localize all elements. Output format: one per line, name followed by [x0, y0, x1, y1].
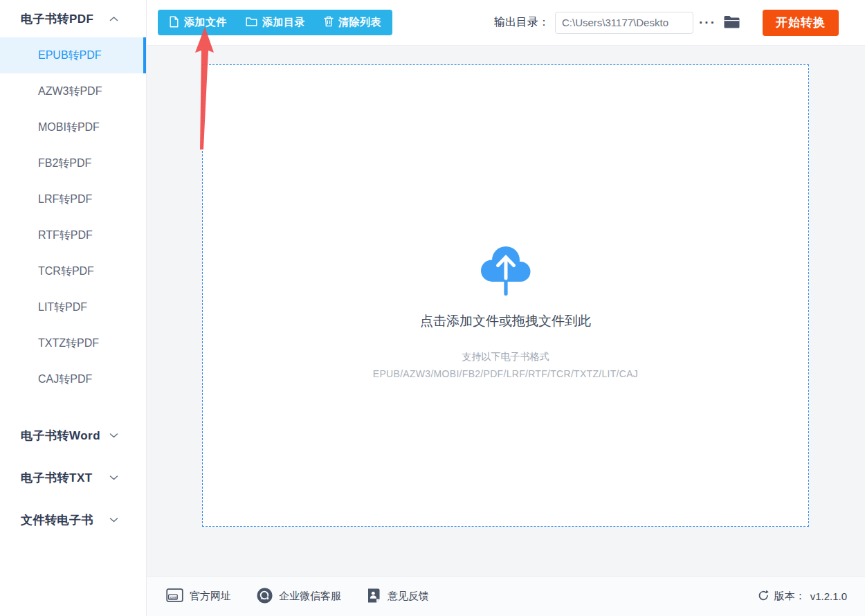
file-dropzone[interactable]: 点击添加文件或拖拽文件到此 支持以下电子书格式 EPUB/AZW3/MOBI/F…	[202, 64, 809, 527]
feedback-label: 意见反馈	[388, 590, 429, 603]
clear-list-label: 清除列表	[338, 16, 381, 29]
sidebar-item-label: CAJ转PDF	[38, 372, 92, 387]
content-area: 点击添加文件或拖拽文件到此 支持以下电子书格式 EPUB/AZW3/MOBI/F…	[147, 46, 865, 576]
trash-icon	[324, 16, 334, 29]
wechat-support-link[interactable]: 企业微信客服	[257, 588, 341, 606]
official-website-label: 官方网址	[190, 590, 231, 603]
sidebar-item-label: AZW3转PDF	[38, 84, 102, 99]
sidebar-group-ebook-to-txt[interactable]: 电子书转TXT	[0, 457, 146, 499]
version-info: 版本： v1.2.1.0	[758, 590, 847, 604]
app-window: 电子书转PDF EPUB转PDF AZW3转PDF MOBI转PDF FB2转P…	[0, 0, 865, 616]
dropzone-sub-text: 支持以下电子书格式	[462, 351, 549, 363]
website-icon: .com	[166, 588, 183, 604]
output-directory-group: 输出目录： ··· 开始转换	[494, 10, 839, 36]
version-label: 版本：	[774, 590, 805, 603]
chevron-up-icon	[109, 16, 118, 22]
clear-list-button[interactable]: 清除列表	[324, 16, 381, 29]
output-directory-input[interactable]	[555, 12, 693, 34]
feedback-icon	[367, 588, 381, 606]
sidebar-item-mobi-to-pdf[interactable]: MOBI转PDF	[0, 109, 146, 145]
official-website-link[interactable]: .com 官方网址	[166, 588, 231, 604]
topbar: 添加文件 添加目录 清除列表 输出目录： ···	[147, 0, 865, 46]
dropzone-main-text: 点击添加文件或拖拽文件到此	[420, 312, 591, 330]
sidebar: 电子书转PDF EPUB转PDF AZW3转PDF MOBI转PDF FB2转P…	[0, 0, 147, 616]
dropzone-formats-text: EPUB/AZW3/MOBI/FB2/PDF/LRF/RTF/TCR/TXTZ/…	[373, 368, 638, 379]
sidebar-item-caj-to-pdf[interactable]: CAJ转PDF	[0, 361, 146, 397]
wechat-icon	[257, 588, 273, 606]
sidebar-item-label: RTF转PDF	[38, 228, 93, 243]
sidebar-item-fb2-to-pdf[interactable]: FB2转PDF	[0, 145, 146, 181]
sidebar-group-ebook-to-word[interactable]: 电子书转Word	[0, 415, 146, 457]
start-convert-button[interactable]: 开始转换	[763, 10, 839, 36]
folder-icon	[246, 17, 257, 29]
add-file-label: 添加文件	[184, 16, 227, 29]
add-file-button[interactable]: 添加文件	[169, 16, 227, 30]
add-folder-button[interactable]: 添加目录	[246, 16, 305, 29]
sidebar-item-lrf-to-pdf[interactable]: LRF转PDF	[0, 181, 146, 217]
sidebar-item-rtf-to-pdf[interactable]: RTF转PDF	[0, 217, 146, 253]
sidebar-group-ebook-to-pdf[interactable]: 电子书转PDF	[0, 0, 146, 37]
main-area: 添加文件 添加目录 清除列表 输出目录： ···	[147, 0, 865, 616]
sidebar-group-label: 文件转电子书	[21, 512, 93, 528]
file-icon	[169, 16, 179, 30]
cloud-upload-icon	[480, 242, 532, 300]
sidebar-item-tcr-to-pdf[interactable]: TCR转PDF	[0, 253, 146, 289]
sidebar-group-file-to-ebook[interactable]: 文件转电子书	[0, 499, 146, 541]
feedback-link[interactable]: 意见反馈	[367, 588, 429, 606]
sidebar-item-label: TXTZ转PDF	[38, 336, 99, 351]
version-value: v1.2.1.0	[810, 590, 847, 602]
sidebar-item-lit-to-pdf[interactable]: LIT转PDF	[0, 289, 146, 325]
refresh-icon[interactable]	[758, 590, 770, 604]
add-folder-label: 添加目录	[262, 16, 305, 29]
sidebar-item-label: EPUB转PDF	[38, 48, 102, 63]
sidebar-item-epub-to-pdf[interactable]: EPUB转PDF	[0, 37, 146, 73]
sidebar-item-azw3-to-pdf[interactable]: AZW3转PDF	[0, 73, 146, 109]
chevron-down-icon	[109, 433, 118, 439]
sidebar-item-label: TCR转PDF	[38, 264, 94, 279]
sidebar-items: EPUB转PDF AZW3转PDF MOBI转PDF FB2转PDF LRF转P…	[0, 37, 146, 397]
sidebar-item-label: MOBI转PDF	[38, 120, 100, 135]
sidebar-item-label: LRF转PDF	[38, 192, 92, 207]
svg-text:.com: .com	[170, 596, 177, 599]
sidebar-item-txtz-to-pdf[interactable]: TXTZ转PDF	[0, 325, 146, 361]
sidebar-item-label: FB2转PDF	[38, 156, 91, 171]
toolbar: 添加文件 添加目录 清除列表	[158, 10, 392, 35]
chevron-down-icon	[109, 475, 118, 481]
sidebar-spacer	[0, 397, 146, 415]
browse-dots-button[interactable]: ···	[699, 16, 716, 29]
chevron-down-icon	[109, 517, 118, 523]
sidebar-group-label: 电子书转TXT	[21, 470, 93, 486]
folder-dark-icon	[723, 15, 740, 31]
open-folder-button[interactable]	[723, 15, 740, 31]
sidebar-group-label: 电子书转PDF	[21, 11, 94, 27]
output-directory-label: 输出目录：	[494, 15, 549, 30]
sidebar-item-label: LIT转PDF	[38, 300, 87, 315]
sidebar-group-label: 电子书转Word	[21, 428, 100, 444]
wechat-support-label: 企业微信客服	[279, 590, 341, 603]
footer: .com 官方网址 企业微信客服	[147, 576, 865, 616]
